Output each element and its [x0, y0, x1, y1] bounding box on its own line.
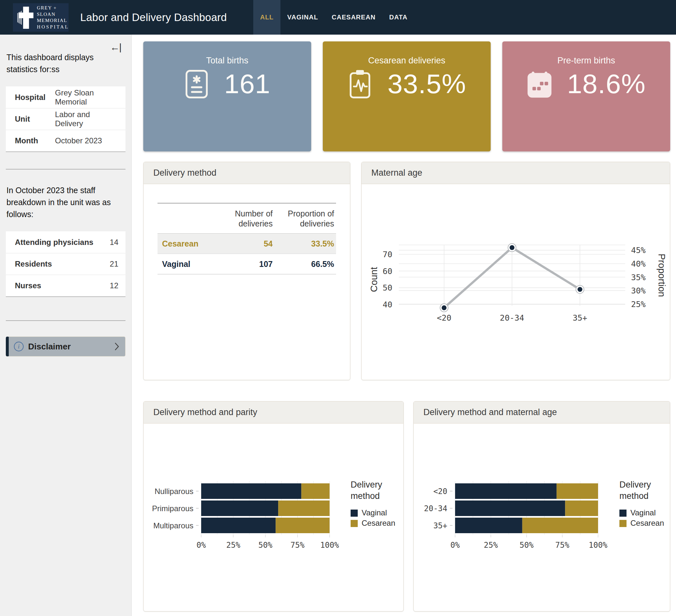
column-header: Number of deliveries [216, 209, 273, 229]
logo-line: GREY + SLOAN [37, 5, 69, 17]
delivery-method-table: Number of deliveries Proportion of deliv… [158, 203, 336, 274]
table-row: Attending physicians 14 [6, 231, 125, 253]
row-label: Vaginal [158, 260, 216, 269]
table-row: Nurses 12 [6, 275, 125, 296]
tab-vaginal[interactable]: VAGINAL [280, 0, 325, 35]
panel-title: Maternal age [371, 168, 422, 178]
info-value: Grey Sloan Memorial [55, 88, 118, 106]
svg-text:25%: 25% [631, 299, 645, 309]
kpi-title: Total births [143, 41, 311, 66]
svg-text:100%: 100% [589, 541, 608, 550]
svg-text:50%: 50% [519, 541, 534, 550]
svg-text:Cesarean: Cesarean [361, 519, 395, 527]
kpi-card-preterm-births: Pre-term births 18.6% [502, 41, 670, 152]
svg-text:100%: 100% [320, 541, 339, 550]
nav-tabs: ALL VAGINAL CAESAREAN DATA [253, 0, 414, 35]
panel-header: Delivery method and parity [144, 401, 403, 424]
svg-text:Vaginal: Vaginal [361, 508, 387, 517]
table-row: Vaginal 107 66.5% [158, 254, 336, 274]
table-row: Month October 2023 [6, 130, 125, 152]
svg-text:<20: <20 [434, 487, 447, 496]
tab-caesarean[interactable]: CAESAREAN [325, 0, 383, 35]
svg-text:Nulliparous: Nulliparous [155, 487, 193, 496]
kpi-card-cesarean-deliveries: Cesarean deliveries 33.5% [323, 41, 491, 152]
info-label: Month [15, 136, 53, 145]
logo-line: HOSPITAL [37, 24, 69, 31]
sidebar-divider [6, 320, 125, 321]
kpi-value: 33.5% [388, 68, 466, 100]
maternal-age-line-chart[interactable]: 4050607025%30%35%40%45%<2020-3435+CountP… [361, 184, 670, 380]
svg-text:35+: 35+ [572, 313, 587, 323]
dashboard-info-table: Hospital Grey Sloan Memorial Unit Labor … [6, 87, 125, 152]
svg-text:Multiparous: Multiparous [153, 521, 193, 530]
svg-text:20-34: 20-34 [500, 313, 524, 323]
delivery-maternal-age-bar-chart[interactable]: 0%25%50%75%100%<2020-3435+Deliverymethod… [414, 424, 670, 611]
delivery-parity-panel: Delivery method and parity 0%25%50%75%10… [143, 401, 404, 611]
panel-header: Delivery method [144, 162, 350, 184]
collapse-sidebar-icon[interactable]: ←| [110, 42, 121, 48]
svg-text:25%: 25% [484, 541, 498, 550]
kpi-card-total-births: Total births 161 [143, 41, 311, 152]
staff-value: 14 [110, 238, 118, 247]
calendar-icon [527, 69, 552, 99]
cell-number: 107 [216, 260, 273, 269]
sidebar-intro-text: This dashboard displays statistics for:s… [6, 51, 125, 75]
svg-text:Vaginal: Vaginal [630, 508, 656, 517]
svg-text:70: 70 [383, 250, 392, 259]
svg-text:40: 40 [383, 300, 392, 309]
svg-text:25%: 25% [226, 541, 241, 550]
clipboard-pulse-icon [347, 69, 373, 99]
svg-text:30%: 30% [631, 286, 645, 295]
info-label: Hospital [15, 93, 53, 102]
main-content: Total births 161 [132, 35, 676, 616]
svg-text:method: method [619, 491, 649, 501]
svg-text:50: 50 [383, 283, 392, 292]
tab-data[interactable]: DATA [382, 0, 414, 35]
svg-text:Delivery: Delivery [619, 480, 651, 490]
staff-label: Nurses [15, 281, 110, 290]
cell-number: 54 [216, 239, 273, 248]
svg-text:Count: Count [369, 267, 379, 292]
delivery-parity-bar-chart[interactable]: 0%25%50%75%100%NulliparousPrimiparousMul… [144, 424, 403, 611]
svg-text:50%: 50% [259, 541, 273, 550]
panel-header: Delivery method and maternal age [414, 401, 670, 424]
svg-text:Proportion: Proportion [657, 254, 667, 297]
svg-text:Cesarean: Cesarean [630, 519, 664, 527]
svg-text:75%: 75% [555, 541, 570, 550]
sidebar: ←| This dashboard displays statistics fo… [0, 35, 132, 616]
row-label: Cesarean [158, 239, 216, 248]
delivery-method-panel: Delivery method Number of deliveries Pro… [143, 162, 350, 380]
disclaimer-label: Disclaimer [28, 342, 71, 352]
top-navbar: GREY + SLOAN MEMORIAL HOSPITAL Labor and… [0, 0, 676, 35]
table-row: Residents 21 [6, 253, 125, 275]
kpi-cards: Total births 161 [143, 41, 670, 152]
staff-label: Residents [15, 260, 110, 269]
disclaimer-button[interactable]: i Disclaimer [6, 336, 125, 356]
tab-all[interactable]: ALL [253, 0, 280, 35]
birth-certificate-icon [184, 69, 209, 99]
staff-table: Attending physicians 14 Residents 21 Nur… [6, 231, 125, 297]
table-header-row: Number of deliveries Proportion of deliv… [158, 204, 336, 234]
staff-value: 21 [110, 260, 118, 269]
info-label: Unit [15, 115, 53, 124]
chevron-right-icon [114, 342, 119, 351]
svg-text:0%: 0% [451, 541, 460, 550]
hospital-logo: GREY + SLOAN MEMORIAL HOSPITAL [13, 3, 68, 32]
maternal-age-panel: Maternal age 4050607025%30%35%40%45%<202… [361, 162, 670, 380]
svg-text:60: 60 [383, 267, 392, 276]
info-value: Labor and Delivery [55, 110, 118, 128]
cell-proportion: 66.5% [273, 260, 336, 269]
staff-value: 12 [110, 281, 118, 290]
svg-text:Delivery: Delivery [351, 480, 382, 490]
table-row: Cesarean 54 33.5% [158, 234, 336, 254]
svg-text:method: method [351, 491, 380, 501]
kpi-value: 18.6% [567, 68, 645, 100]
sidebar-divider [6, 169, 125, 170]
panel-title: Delivery method and maternal age [424, 407, 557, 417]
svg-text:40%: 40% [631, 259, 645, 269]
kpi-title: Cesarean deliveries [323, 41, 491, 66]
svg-text:Primiparous: Primiparous [152, 504, 193, 513]
panel-title: Delivery method and parity [153, 407, 257, 417]
svg-text:35+: 35+ [434, 521, 447, 530]
kpi-value: 161 [224, 68, 270, 100]
